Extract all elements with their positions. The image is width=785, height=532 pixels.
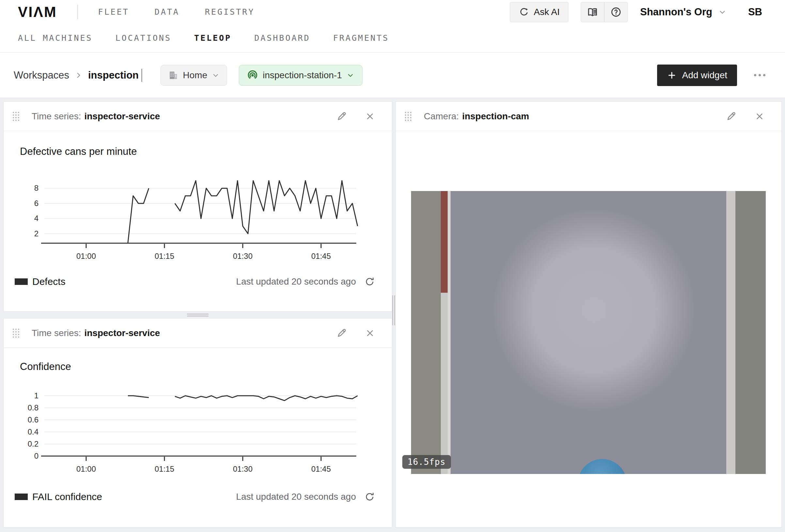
workspace-toolbar: Workspaces inspection Home inspection-st… <box>0 52 785 98</box>
tab-dashboard[interactable]: DASHBOARD <box>254 33 310 43</box>
machine-selector[interactable]: inspection-station-1 <box>239 65 362 86</box>
ellipsis-icon <box>754 74 756 76</box>
close-x-icon <box>365 111 375 121</box>
svg-text:1: 1 <box>34 391 39 400</box>
svg-text:4: 4 <box>34 214 39 223</box>
location-label: Home <box>183 70 207 81</box>
tab-teleop[interactable]: TELEOP <box>194 33 231 43</box>
svg-text:2: 2 <box>34 229 39 238</box>
ask-ai-label: Ask AI <box>534 7 560 17</box>
header-divider <box>77 5 78 19</box>
docs-help-group <box>581 2 628 22</box>
help-icon <box>610 6 622 18</box>
svg-text:01:30: 01:30 <box>233 252 253 259</box>
svg-text:6: 6 <box>34 199 39 208</box>
pencil-edit-icon <box>336 328 347 338</box>
refresh-button[interactable] <box>364 491 375 502</box>
tab-fragments[interactable]: FRAGMENTS <box>333 33 389 43</box>
last-updated-text: Last updated 20 seconds ago <box>236 276 356 287</box>
widget-resource-name: inspector-service <box>84 111 160 122</box>
header-right: Ask AI Shannon's Org <box>510 2 762 22</box>
svg-text:01:45: 01:45 <box>311 464 331 472</box>
right-column: Camera: inspection-cam <box>396 101 782 529</box>
edit-widget-button[interactable] <box>336 111 347 122</box>
svg-text:01:30: 01:30 <box>233 464 253 472</box>
breadcrumb-workspaces[interactable]: Workspaces <box>14 70 69 81</box>
close-widget-button[interactable] <box>755 111 764 122</box>
confidence-line-chart: 00.20.40.60.8101:0001:1501:3001:45 <box>4 388 386 472</box>
row-gap <box>3 312 392 318</box>
refresh-icon <box>364 276 375 287</box>
widget-header: Camera: inspection-cam <box>396 102 781 131</box>
pencil-edit-icon <box>336 111 347 122</box>
workspace-title-input[interactable]: inspection <box>88 70 139 81</box>
widget-type-label: Camera: <box>424 111 459 122</box>
widget-timeseries-defects: Time series: inspector-service <box>3 101 392 312</box>
chart-footer: FAIL confidence Last updated 20 seconds … <box>4 491 392 502</box>
column-resize-handle[interactable] <box>392 295 395 325</box>
legend-label: Defects <box>32 276 66 287</box>
left-light-strip <box>448 191 451 474</box>
widget-header: Time series: inspector-service <box>4 318 392 348</box>
org-switcher[interactable]: Shannon's Org <box>640 6 727 18</box>
close-x-icon <box>365 328 375 338</box>
drag-dots-icon[interactable] <box>12 111 19 122</box>
viam-logo[interactable]: VIΛM <box>18 4 57 20</box>
conveyor-belt-surface <box>451 191 726 474</box>
location-dropdown[interactable]: Home <box>160 65 227 86</box>
close-widget-button[interactable] <box>365 328 375 338</box>
book-icon <box>587 6 598 18</box>
breadcrumb-chevron-icon <box>74 71 83 80</box>
refresh-button[interactable] <box>364 276 375 287</box>
red-marker-bar <box>441 191 448 293</box>
nav-fleet[interactable]: FLEET <box>98 7 129 17</box>
row-resize-handle[interactable] <box>187 314 208 317</box>
svg-text:0.2: 0.2 <box>28 440 39 448</box>
help-button[interactable] <box>605 2 627 22</box>
legend-swatch <box>15 278 28 285</box>
conveyor-right-band <box>735 191 766 474</box>
last-updated-text: Last updated 20 seconds ago <box>236 491 356 502</box>
chevron-down-icon <box>347 71 354 79</box>
chart-title: Confidence <box>4 361 392 373</box>
plus-icon <box>667 71 677 80</box>
widget-camera: Camera: inspection-cam <box>396 101 782 527</box>
close-widget-button[interactable] <box>365 111 375 122</box>
tab-locations[interactable]: LOCATIONS <box>116 33 171 43</box>
svg-text:0: 0 <box>34 451 39 460</box>
light-bar-below-red <box>441 293 448 474</box>
right-light-strip <box>726 191 735 474</box>
conveyor-left-band <box>411 191 441 474</box>
column-gap <box>392 101 396 529</box>
can-cap <box>578 459 627 474</box>
refresh-icon <box>364 491 375 502</box>
chart-title: Defective cans per minute <box>4 146 392 157</box>
widget-type-label: Time series: <box>32 328 81 338</box>
ask-ai-button[interactable]: Ask AI <box>510 2 568 22</box>
add-widget-button[interactable]: Add widget <box>657 64 737 86</box>
drag-dots-icon[interactable] <box>404 111 411 122</box>
docs-button[interactable] <box>581 2 604 22</box>
nav-registry[interactable]: REGISTRY <box>205 7 254 17</box>
avatar[interactable]: SB <box>748 6 762 18</box>
edit-widget-button[interactable] <box>336 328 347 338</box>
tab-all-machines[interactable]: ALL MACHINES <box>18 33 93 43</box>
chevron-down-icon <box>212 71 220 79</box>
drag-dots-icon[interactable] <box>12 328 19 338</box>
svg-text:0.4: 0.4 <box>28 427 39 436</box>
chevron-down-icon <box>718 8 727 16</box>
workspace-menu-button[interactable] <box>751 71 769 80</box>
building-icon <box>168 70 178 81</box>
widget-timeseries-confidence: Time series: inspector-service <box>3 318 392 527</box>
widget-resource-name: inspector-service <box>84 328 160 338</box>
defects-line-chart: 246801:0001:1501:3001:45 <box>4 174 386 259</box>
svg-text:01:00: 01:00 <box>76 464 96 472</box>
left-column: Time series: inspector-service <box>3 101 392 529</box>
svg-text:01:00: 01:00 <box>76 252 96 259</box>
svg-text:0.6: 0.6 <box>28 415 39 424</box>
widget-header: Time series: inspector-service <box>4 102 392 131</box>
legend-label: FAIL confidence <box>32 491 102 502</box>
nav-data[interactable]: DATA <box>155 7 179 17</box>
edit-widget-button[interactable] <box>726 111 736 122</box>
svg-text:01:15: 01:15 <box>155 464 174 472</box>
